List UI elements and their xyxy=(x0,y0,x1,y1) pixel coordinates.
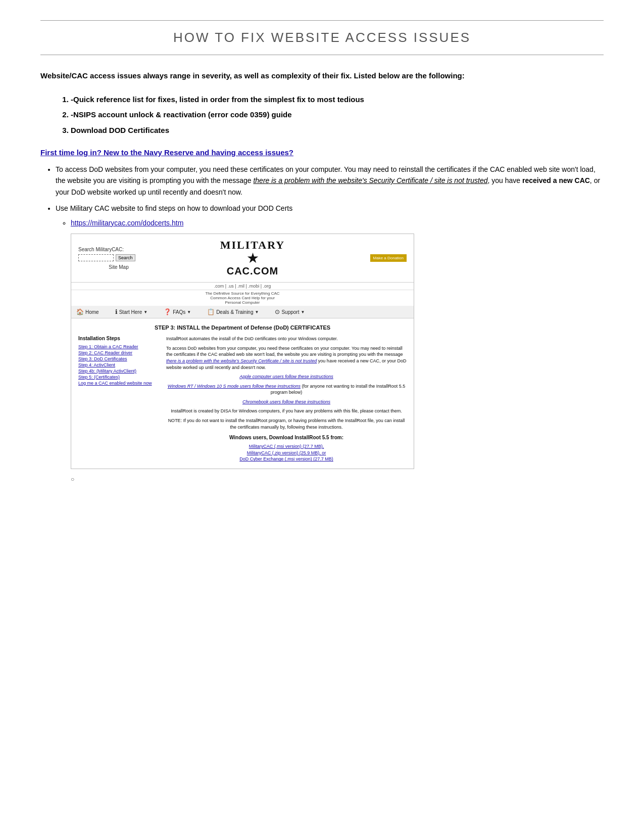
list-item-2: -NSIPS account unlock & reactivation (er… xyxy=(71,109,604,121)
intro-text: Website/CAC access issues always range i… xyxy=(40,70,604,82)
mil-nav: 🏠 Home ℹ Start Here ▼ ❓ FAQs ▼ 📋 Deals &… xyxy=(71,306,414,318)
step-link-4[interactable]: Step 4: ActivClient xyxy=(78,362,159,367)
nav-home-label: Home xyxy=(85,309,99,315)
trailing-circle-area: ○ xyxy=(71,474,604,483)
tagline-3: Personal Computer xyxy=(225,300,260,305)
militarycac-screenshot: Search MilitaryCAC: Search Site Map MILI… xyxy=(71,234,414,469)
bullet-item-1: To access DoD websites from your compute… xyxy=(56,164,604,198)
dl-msi-link[interactable]: MilitaryCAC (.msi version) (27.7 MB), xyxy=(249,444,324,449)
trailing-circle: ○ xyxy=(71,476,74,483)
step-link-5[interactable]: Step 5: (Certificates) xyxy=(78,375,159,380)
mil-left-col: Installation Steps Step 1: Obtain a CAC … xyxy=(78,336,159,462)
step-link-2[interactable]: Step 2: CAC Reader driver xyxy=(78,350,159,355)
step-link-4b[interactable]: Step 4b: (Military ActivClient) xyxy=(78,368,159,374)
step-link-log[interactable]: Log me a CAC enabled website now xyxy=(78,381,159,386)
mil-step-title: STEP 3: INSTALL the Department of Defens… xyxy=(78,325,407,331)
mil-sitemap: Site Map xyxy=(78,264,159,270)
top-rule xyxy=(40,20,604,21)
dl-dod-link[interactable]: DoD Cyber Exchange (.msi version) (27.7 … xyxy=(239,456,333,461)
apple-link[interactable]: Apple computer users follow these instru… xyxy=(239,374,333,379)
mil-header: Search MilitaryCAC: Search Site Map MILI… xyxy=(71,234,414,283)
home-icon: 🏠 xyxy=(76,308,84,315)
dodcerts-link[interactable]: https://militarycac.com/dodcerts.htm xyxy=(71,219,183,227)
chromebook-para: Chromebook users follow these instructio… xyxy=(166,399,407,405)
italic-cert-text: there is a problem with the website's Se… xyxy=(253,176,487,184)
step-link-3[interactable]: Step 3: DoD Certificates xyxy=(78,356,159,361)
installroot-note: InstallRoot is created by DISA for Windo… xyxy=(166,408,407,414)
nav-support[interactable]: ⊙ Support ▼ xyxy=(275,308,305,315)
nav-deals-label: Deals & Training xyxy=(216,309,253,315)
mil-star-icon: ★ xyxy=(246,251,259,265)
sub-list-item-link: https://militarycac.com/dodcerts.htm xyxy=(71,217,604,228)
info-icon: ℹ xyxy=(115,308,118,315)
dl-link-3: DoD Cyber Exchange (.msi version) (27.7 … xyxy=(166,456,407,462)
faq-icon: ❓ xyxy=(164,308,171,315)
nav-support-label: Support xyxy=(281,309,299,315)
nav-start-here[interactable]: ℹ Start Here ▼ xyxy=(115,308,148,315)
dl-zip-link[interactable]: MilitaryCAC (.zip version) (25.9 MB), or xyxy=(247,450,326,455)
apple-link-para: Apple computer users follow these instru… xyxy=(166,374,407,380)
mil-content: STEP 3: INSTALL the Department of Defens… xyxy=(71,318,414,469)
mil-center-logo: MILITARY ★ CAC.COM xyxy=(159,239,346,277)
mil-right-col: InstallRoot automates the install of the… xyxy=(166,336,407,462)
sub-bullet-list: https://militarycac.com/dodcerts.htm xyxy=(71,217,604,228)
right-italic-link[interactable]: there is a problem with the website's Se… xyxy=(166,358,317,363)
mil-tld-row: .com | .us | .mil | .mobi | .org xyxy=(71,283,414,290)
mil-military-text: MILITARY xyxy=(220,239,285,251)
nav-deals-training[interactable]: 📋 Deals & Training ▼ xyxy=(207,308,259,315)
nav-faqs[interactable]: ❓ FAQs ▼ xyxy=(164,308,191,315)
windows-rt-link[interactable]: Windows RT / Windows 10 S mode users fol… xyxy=(168,384,301,389)
mil-search-input-row: Search xyxy=(78,254,159,261)
dl-link-2: MilitaryCAC (.zip version) (25.9 MB), or xyxy=(166,450,407,456)
chevron-down-icon-4: ▼ xyxy=(301,310,305,314)
tagline-1: The Definitive Source for Everything CAC xyxy=(205,291,279,296)
dl-section: Windows users, Download InstallRoot 5.5 … xyxy=(166,434,407,462)
support-icon: ⊙ xyxy=(275,308,280,315)
section-heading: First time log in? New to the Navy Reser… xyxy=(40,148,604,157)
list-item-3: Download DOD Certificates xyxy=(71,125,604,136)
chevron-down-icon-1: ▼ xyxy=(143,310,147,314)
mil-donation-button[interactable]: Make a Donation xyxy=(370,254,407,262)
manual-note: NOTE: If you do not want to install the … xyxy=(166,418,407,430)
step-link-1[interactable]: Step 1: Obtain a CAC Reader xyxy=(78,344,159,349)
chromebook-link[interactable]: Chromebook users follow these instructio… xyxy=(242,399,330,404)
deals-icon: 📋 xyxy=(207,308,215,315)
tagline-2: Common Access Card Help for your xyxy=(210,296,275,300)
right-para2: To access DoD websites from your compute… xyxy=(166,345,407,370)
mil-search-row: Search MilitaryCAC: xyxy=(78,247,159,252)
mil-cac-text: CAC.COM xyxy=(227,265,279,277)
mil-right-area: Make a Donation xyxy=(346,254,407,262)
mil-two-col: Installation Steps Step 1: Obtain a CAC … xyxy=(78,336,407,462)
bottom-rule xyxy=(40,55,604,55)
list-item-1: -Quick reference list for fixes, listed … xyxy=(71,94,604,106)
nav-home[interactable]: 🏠 Home xyxy=(76,308,99,315)
mil-logo-area: Search MilitaryCAC: Search Site Map xyxy=(78,247,159,270)
mil-tagline: The Definitive Source for Everything CAC… xyxy=(71,290,414,306)
mil-search-input[interactable] xyxy=(78,254,114,261)
right-para1: InstallRoot automates the install of the… xyxy=(166,336,407,342)
nav-start-label: Start Here xyxy=(119,309,142,315)
dl-title: Windows users, Download InstallRoot 5.5 … xyxy=(166,434,407,441)
main-bullet-list: To access DoD websites from your compute… xyxy=(56,164,604,228)
mil-search-button[interactable]: Search xyxy=(116,254,135,261)
numbered-list: -Quick reference list for fixes, listed … xyxy=(71,94,604,136)
mil-left-col-title: Installation Steps xyxy=(78,336,159,341)
chevron-down-icon-2: ▼ xyxy=(187,310,191,314)
mil-search-label: Search MilitaryCAC: xyxy=(78,247,124,252)
bullet-text-2: Use Military CAC website to find steps o… xyxy=(56,204,292,212)
bullet-item-2: Use Military CAC website to find steps o… xyxy=(56,203,604,228)
page-title: HOW TO FIX WEBSITE ACCESS ISSUES xyxy=(40,30,604,45)
dl-link-1: MilitaryCAC (.msi version) (27.7 MB), xyxy=(166,443,407,450)
chevron-down-icon-3: ▼ xyxy=(255,310,259,314)
nav-faqs-label: FAQs xyxy=(173,309,185,315)
right-para2-before: To access DoD websites from your compute… xyxy=(166,346,403,357)
windows-rt-para: Windows RT / Windows 10 S mode users fol… xyxy=(166,383,407,396)
